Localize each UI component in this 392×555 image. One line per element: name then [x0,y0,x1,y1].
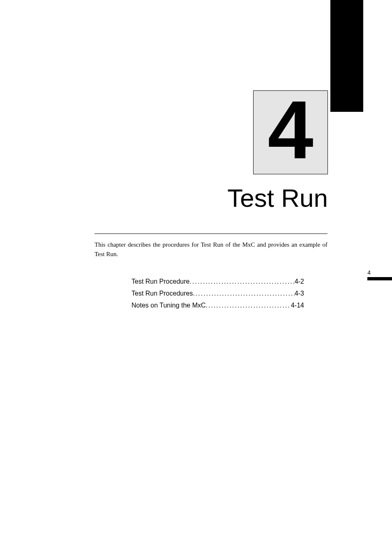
toc-entry[interactable]: Test Run Procedures 4-3 [131,290,304,297]
toc-entry-page: 4-2 [295,278,304,285]
toc-leader-dots [206,302,291,309]
chapter-number: 4 [267,89,313,171]
header-black-tab [330,0,363,112]
toc-leader-dots [189,278,294,285]
chapter-intro-text: This chapter describes the procedures fo… [95,240,327,259]
toc-entry-label: Test Run Procedure [131,278,189,285]
table-of-contents: Test Run Procedure 4-2 Test Run Procedur… [131,278,304,314]
side-tab-number: 4 [367,269,371,276]
toc-entry-label: Notes on Tuning the MxC [131,302,206,309]
side-tab-bar [367,277,392,280]
toc-entry-page: 4-14 [291,302,304,309]
toc-entry-label: Test Run Procedures [131,290,193,297]
toc-entry-page: 4-3 [295,290,304,297]
chapter-title: Test Run [227,183,328,213]
title-divider [95,234,327,234]
toc-entry[interactable]: Notes on Tuning the MxC 4-14 [131,302,304,309]
chapter-number-box: 4 [253,90,328,174]
toc-entry[interactable]: Test Run Procedure 4-2 [131,278,304,285]
toc-leader-dots [193,290,294,297]
